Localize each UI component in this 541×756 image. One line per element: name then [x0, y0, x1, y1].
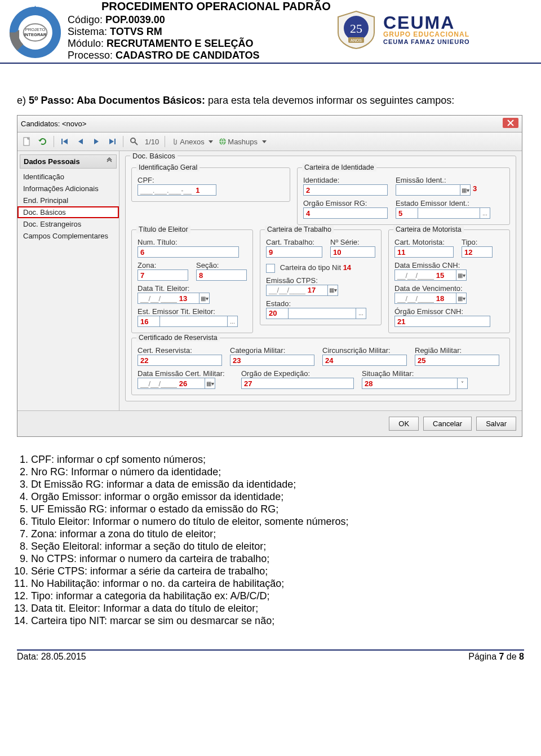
input-orgao-rg[interactable]: 4 [303, 207, 388, 219]
input-circ-militar[interactable]: 24 [322, 355, 407, 366]
sidebar-item-identificacao[interactable]: Identificação [17, 171, 119, 183]
lookup-icon[interactable]: ... [356, 308, 366, 319]
input-tipo[interactable]: 12 [462, 246, 493, 258]
label-sit-militar: Situação Militar: [362, 369, 475, 378]
svg-marker-16 [109, 139, 114, 144]
input-cpf[interactable]: ___.___.___-__ 1 [138, 184, 216, 196]
input-n-serie[interactable]: 10 [330, 246, 375, 258]
input-data-venc[interactable]: __/__/____ 18 [394, 293, 456, 304]
input-emissao-ctps[interactable]: __/__/____ 17 [266, 285, 328, 296]
input-data-emissao-cnh[interactable]: __/__/____ 15 [394, 269, 456, 281]
label-data-emissao-cnh: Data Emissão CNH: [394, 261, 504, 269]
input-regiao-militar[interactable]: 25 [415, 355, 499, 366]
input-zona[interactable]: 7 [138, 269, 188, 281]
chevron-down-icon[interactable]: ˅ [458, 378, 468, 389]
record-counter: 1/10 [145, 138, 159, 146]
group-doc-basicos: Doc. Básicos [130, 152, 178, 160]
label-est-emissor-tit: Est. Emissor Tit. Eleitor: [138, 307, 247, 316]
label-emissao-ctps: Emissão CTPS: [266, 276, 375, 285]
input-data-tit-eleitor[interactable]: __/__/____ 13 [138, 293, 199, 304]
label-identidade: Identidade: [303, 176, 388, 184]
anexos-menu[interactable]: Anexos [171, 138, 213, 146]
input-est-emissor-tit-desc[interactable] [160, 316, 228, 327]
input-estado-desc[interactable] [289, 308, 356, 319]
sidebar: Dados Pessoais Identificação Informações… [17, 151, 119, 410]
ok-button[interactable]: OK [389, 417, 419, 431]
label-circ-militar: Circunscrição Militar: [322, 346, 407, 355]
svg-point-18 [131, 138, 135, 143]
label-data-tit-eleitor: Data Tit. Eleitor: [138, 284, 247, 293]
label-zona: Zona: [138, 261, 188, 269]
input-estado-cod[interactable]: 20 [266, 308, 289, 319]
close-icon[interactable] [503, 118, 518, 130]
sidebar-item-info-adicionais[interactable]: Informações Adicionais [17, 183, 119, 194]
sidebar-item-doc-basicos[interactable]: Doc. Básicos [17, 206, 119, 218]
codigo-label: Código: [68, 14, 105, 25]
calendar-icon[interactable]: ▦▾ [456, 293, 467, 304]
cancelar-button[interactable]: Cancelar [423, 417, 472, 431]
calendar-icon[interactable]: ▦▾ [328, 285, 338, 296]
next-icon[interactable] [91, 136, 101, 147]
input-identidade[interactable]: 2 [303, 184, 388, 196]
input-cart-trabalho[interactable]: 9 [266, 246, 322, 258]
input-estado-emissor-desc[interactable] [418, 207, 480, 219]
refresh-icon[interactable] [38, 136, 48, 147]
lookup-icon[interactable]: ... [228, 316, 238, 327]
input-cat-militar[interactable]: 23 [230, 355, 314, 366]
checkbox-carteira-nit[interactable] [266, 264, 275, 273]
calendar-icon[interactable]: ▦▾ [199, 293, 210, 304]
legend-item: Orgão Emissor: informar o orgão emissor … [31, 491, 524, 503]
step-title: e) 5º Passo: Aba Documentos Básicos: par… [17, 95, 524, 107]
input-cert-reserv[interactable]: 22 [138, 355, 222, 366]
group-reservista: Certificado de Reservista [136, 334, 220, 342]
svg-text:INTEGRAR: INTEGRAR [24, 32, 47, 37]
label-n-serie: Nº Série: [330, 238, 375, 246]
last-icon[interactable] [107, 136, 117, 147]
group-titulo-eleitor: Título de Eleitor [136, 226, 190, 233]
label-orgao-cnh: Órgão Emissor CNH: [394, 307, 504, 316]
sidebar-item-end-principal[interactable]: End. Principal [17, 194, 119, 206]
input-secao[interactable]: 8 [196, 269, 247, 281]
svg-marker-15 [94, 139, 99, 144]
legend-item: Tipo: informar a categoria da habilitaçã… [31, 590, 524, 602]
label-carteira-nit: Carteira do tipo Nit [280, 263, 341, 272]
legend-item: UF Emissão RG: informar o estado da emis… [31, 503, 524, 515]
input-estado-emissor-cod[interactable]: 5 [396, 207, 418, 219]
sidebar-item-doc-estrangeiros[interactable]: Doc. Estrangeiros [17, 218, 119, 230]
form-doc-basicos: Doc. Básicos Identificação Geral CPF: __… [119, 151, 522, 410]
mashups-menu[interactable]: Mashups [219, 138, 266, 146]
footer-date-value: 28.05.2015 [41, 652, 86, 661]
sistema-value: TOTVS RM [110, 26, 162, 37]
chevron-down-icon [209, 140, 213, 143]
input-emissao-ident[interactable] [396, 184, 460, 196]
input-data-emissao-cert[interactable]: __/__/____ 26 [138, 378, 205, 389]
calendar-icon[interactable]: ▦▾ [460, 184, 471, 196]
label-regiao-militar: Região Militar: [415, 346, 499, 355]
sidebar-item-campos-compl[interactable]: Campos Complementares [17, 230, 119, 242]
calendar-icon[interactable]: ▦▾ [205, 378, 215, 389]
input-num-titulo[interactable]: 6 [138, 246, 239, 258]
new-icon[interactable] [22, 136, 32, 147]
logo-integrar: PROJETO INTEGRAR [8, 6, 62, 59]
pop-title: PROCEDIMENTO OPERACIONAL PADRÃO [68, 0, 331, 13]
input-orgao-cnh[interactable]: 21 [394, 316, 490, 327]
lookup-icon[interactable]: ... [480, 207, 490, 219]
search-icon[interactable] [129, 136, 139, 147]
codigo-value: POP.0039.00 [105, 14, 165, 25]
calendar-icon[interactable]: ▦▾ [456, 269, 467, 281]
input-orgao-exped[interactable]: 27 [241, 378, 354, 389]
select-sit-militar[interactable]: 28 [362, 378, 458, 389]
footer-date-label: Data: [17, 652, 41, 661]
footer-page-sep: de [504, 652, 519, 661]
sidebar-header[interactable]: Dados Pessoais [20, 154, 117, 169]
input-est-emissor-tit-cod[interactable]: 16 [138, 316, 160, 327]
first-icon[interactable] [60, 136, 70, 147]
svg-marker-14 [78, 139, 83, 144]
label-data-emissao-cert: Data Emissão Cert. Militar: [138, 369, 233, 378]
salvar-button[interactable]: Salvar [476, 417, 516, 431]
prev-icon[interactable] [76, 136, 86, 147]
input-cart-motorista[interactable]: 11 [394, 246, 454, 258]
label-orgao-rg: Orgão Emissor RG: [303, 199, 388, 207]
label-orgao-exped: Orgão de Expedição: [241, 369, 354, 378]
legend-item: Dt Emissão RG: informar a data de emissã… [31, 479, 524, 490]
